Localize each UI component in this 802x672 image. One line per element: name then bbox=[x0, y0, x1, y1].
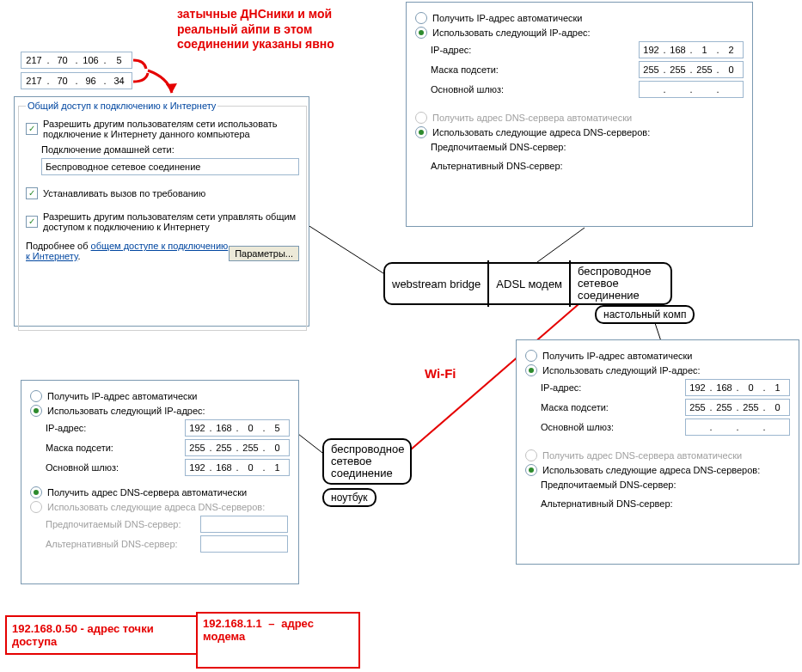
label-dns-pref: Предпочитаемый DNS-сервер: bbox=[431, 142, 744, 152]
ics-legend: Общий доступ к подключению к Интернету bbox=[26, 101, 217, 111]
subnet-mask-field[interactable]: 255.255.255.0 bbox=[685, 399, 790, 416]
label-gateway: Основной шлюз: bbox=[431, 84, 639, 95]
subnet-mask-field[interactable]: 255.255.255.0 bbox=[639, 61, 744, 78]
annotation-dns-note: затычные ДНСники и мой реальный айпи в э… bbox=[177, 7, 340, 52]
svg-line-1 bbox=[305, 223, 383, 273]
laptop-tag: ноутбук bbox=[322, 488, 377, 507]
label-dns-manual: Использовать следующие адреса DNS-сервер… bbox=[432, 127, 744, 137]
radio-ip-auto[interactable] bbox=[415, 12, 427, 24]
label-ip-manual: Использовать следующий IP-адрес: bbox=[542, 365, 790, 376]
device-wlan-laptop: беспроводное сетевое соединение bbox=[324, 437, 411, 486]
label-home-connection: Подключение домашней сети: bbox=[41, 144, 299, 155]
checkbox-allow-share[interactable] bbox=[26, 123, 38, 135]
label-subnet-mask: Маска подсети: bbox=[431, 64, 639, 75]
ics-more-prefix: Подробнее об bbox=[26, 241, 91, 251]
label-allow-control: Разрешить другим пользователям сети упра… bbox=[43, 211, 299, 232]
wifi-label: Wi-Fi bbox=[425, 366, 456, 382]
label-ip-auto: Получить IP-адрес автоматически bbox=[47, 391, 290, 401]
device-adsl-modem: ADSL модем bbox=[489, 260, 571, 307]
subnet-mask-field[interactable]: 255.255.255.0 bbox=[185, 439, 290, 456]
radio-ip-auto[interactable] bbox=[30, 390, 42, 402]
dns-plug-2: 217. 70. 96. 34 bbox=[21, 72, 132, 89]
radio-dns-manual bbox=[30, 501, 42, 513]
radio-ip-manual[interactable] bbox=[30, 405, 42, 417]
svg-line-2 bbox=[537, 228, 585, 262]
label-ip-address: IP-адрес: bbox=[541, 382, 685, 393]
label-ip-address: IP-адрес: bbox=[46, 423, 185, 433]
radio-dns-manual[interactable] bbox=[415, 126, 427, 138]
label-allow-share: Разрешить другим пользователям сети испо… bbox=[43, 119, 299, 139]
ip-panel-laptop: Получить IP-адрес автоматически Использо… bbox=[21, 380, 299, 584]
label-dns-manual: Использовать следующие адреса DNS-сервер… bbox=[542, 465, 790, 475]
label-dns-auto: Получить адрес DNS-сервера автоматически bbox=[432, 113, 744, 123]
svg-marker-0 bbox=[166, 83, 177, 93]
dns-plug-1: 217. 70. 106. 5 bbox=[21, 52, 132, 69]
radio-dns-auto[interactable] bbox=[30, 486, 42, 498]
radio-dns-auto bbox=[525, 449, 537, 461]
label-dns-auto: Получить адрес DNS-сервера автоматически bbox=[542, 450, 790, 461]
checkbox-dial-on-demand[interactable] bbox=[26, 187, 38, 199]
laptop-device: беспроводное сетевое соединение bbox=[322, 438, 412, 485]
device-webstream-bridge: webstream bridge bbox=[385, 260, 489, 307]
ip-address-field[interactable]: 192.168.0.5 bbox=[185, 419, 290, 437]
label-dns-alt: Альтернативный DNS-сервер: bbox=[46, 539, 200, 549]
label-gateway: Основной шлюз: bbox=[46, 462, 185, 473]
label-ip-manual: Использовать следующий IP-адрес: bbox=[47, 406, 290, 416]
ip-address-field[interactable]: 192.168.0.1 bbox=[685, 379, 790, 396]
label-subnet-mask: Маска подсети: bbox=[46, 443, 185, 453]
label-subnet-mask: Маска подсети: bbox=[541, 402, 685, 412]
gateway-field[interactable]: ... bbox=[639, 81, 744, 98]
dns-alt-field bbox=[200, 535, 288, 553]
checkbox-allow-control[interactable] bbox=[26, 216, 38, 228]
desktop-tag: настольный комп bbox=[595, 305, 695, 324]
access-point-note: 192.168.0.50 - адрес точки доступа bbox=[5, 615, 198, 655]
radio-ip-auto[interactable] bbox=[525, 350, 537, 362]
device-wlan: беспроводное сетевое соединение bbox=[571, 260, 670, 307]
gateway-field[interactable]: ... bbox=[685, 418, 790, 436]
home-connection-field[interactable]: Беспроводное сетевое соединение bbox=[41, 158, 299, 175]
ip-panel-desktop-wlan: Получить IP-адрес автоматически Использо… bbox=[516, 339, 799, 565]
ics-params-button[interactable]: Параметры... bbox=[229, 246, 299, 261]
radio-ip-manual[interactable] bbox=[525, 364, 537, 376]
ics-panel: Общий доступ к подключению к Интернету Р… bbox=[14, 96, 309, 327]
label-dns-manual: Использовать следующие адреса DNS-сервер… bbox=[47, 502, 290, 512]
desktop-devices: webstream bridge ADSL модем беспроводное… bbox=[383, 262, 672, 305]
label-dns-pref: Предпочитаемый DNS-сервер: bbox=[46, 519, 200, 529]
label-ip-address: IP-адрес: bbox=[431, 45, 639, 55]
gateway-field[interactable]: 192.168.0.1 bbox=[185, 459, 290, 476]
label-gateway: Основной шлюз: bbox=[541, 422, 685, 432]
label-dns-alt: Альтернативный DNS-сервер: bbox=[431, 161, 744, 171]
radio-ip-manual[interactable] bbox=[415, 27, 427, 39]
label-dns-auto: Получить адрес DNS-сервера автоматически bbox=[47, 487, 290, 498]
radio-dns-auto bbox=[415, 112, 427, 124]
modem-note: 192.168.1.1 – адрес модема bbox=[196, 612, 360, 669]
ip-address-field[interactable]: 192.168.1.2 bbox=[639, 41, 744, 58]
label-dns-pref: Предпочитаемый DNS-сервер: bbox=[541, 480, 790, 490]
label-ip-auto: Получить IP-адрес автоматически bbox=[542, 351, 790, 361]
radio-dns-manual[interactable] bbox=[525, 464, 537, 476]
dns-pref-field bbox=[200, 516, 288, 533]
ip-panel-desktop-adsl: Получить IP-адрес автоматически Использо… bbox=[406, 2, 753, 227]
label-ip-auto: Получить IP-адрес автоматически bbox=[432, 13, 744, 23]
label-dns-alt: Альтернативный DNS-сервер: bbox=[541, 498, 790, 509]
label-ip-manual: Использовать следующий IP-адрес: bbox=[432, 27, 744, 38]
label-dial-on-demand: Устанавливать вызов по требованию bbox=[43, 188, 299, 199]
